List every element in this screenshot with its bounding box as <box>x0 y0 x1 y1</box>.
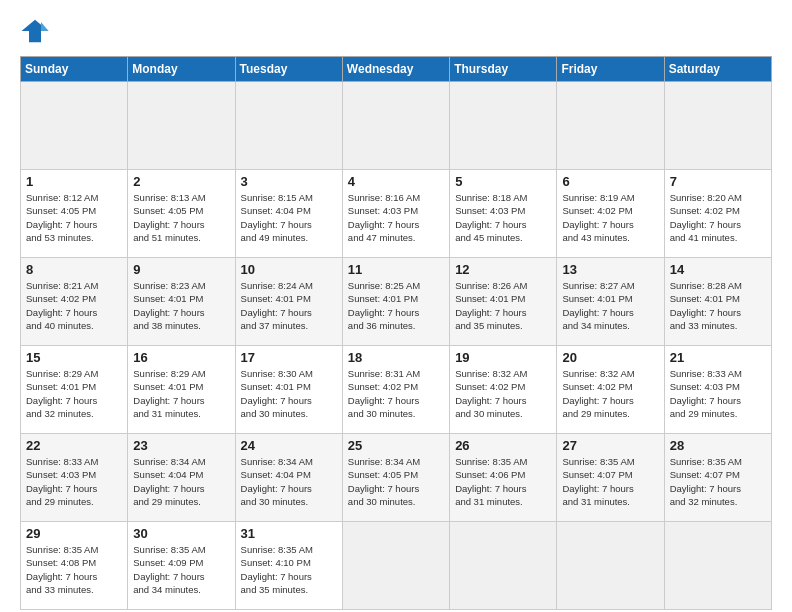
calendar-cell: 5Sunrise: 8:18 AMSunset: 4:03 PMDaylight… <box>450 170 557 258</box>
day-info: Sunrise: 8:13 AMSunset: 4:05 PMDaylight:… <box>133 191 229 244</box>
calendar-cell: 29Sunrise: 8:35 AMSunset: 4:08 PMDayligh… <box>21 522 128 610</box>
day-info: Sunrise: 8:29 AMSunset: 4:01 PMDaylight:… <box>26 367 122 420</box>
day-info: Sunrise: 8:34 AMSunset: 4:05 PMDaylight:… <box>348 455 444 508</box>
calendar-cell <box>664 82 771 170</box>
day-number: 18 <box>348 350 444 365</box>
day-info: Sunrise: 8:19 AMSunset: 4:02 PMDaylight:… <box>562 191 658 244</box>
calendar-cell <box>21 82 128 170</box>
day-number: 20 <box>562 350 658 365</box>
day-number: 29 <box>26 526 122 541</box>
day-number: 5 <box>455 174 551 189</box>
calendar-cell: 10Sunrise: 8:24 AMSunset: 4:01 PMDayligh… <box>235 258 342 346</box>
day-info: Sunrise: 8:32 AMSunset: 4:02 PMDaylight:… <box>455 367 551 420</box>
day-number: 28 <box>670 438 766 453</box>
day-number: 30 <box>133 526 229 541</box>
day-number: 31 <box>241 526 337 541</box>
calendar-cell: 7Sunrise: 8:20 AMSunset: 4:02 PMDaylight… <box>664 170 771 258</box>
calendar-cell: 31Sunrise: 8:35 AMSunset: 4:10 PMDayligh… <box>235 522 342 610</box>
day-number: 8 <box>26 262 122 277</box>
day-info: Sunrise: 8:24 AMSunset: 4:01 PMDaylight:… <box>241 279 337 332</box>
day-number: 6 <box>562 174 658 189</box>
calendar-cell <box>450 522 557 610</box>
calendar-cell <box>450 82 557 170</box>
day-number: 25 <box>348 438 444 453</box>
day-info: Sunrise: 8:30 AMSunset: 4:01 PMDaylight:… <box>241 367 337 420</box>
calendar-cell: 28Sunrise: 8:35 AMSunset: 4:07 PMDayligh… <box>664 434 771 522</box>
day-number: 12 <box>455 262 551 277</box>
day-info: Sunrise: 8:16 AMSunset: 4:03 PMDaylight:… <box>348 191 444 244</box>
day-number: 26 <box>455 438 551 453</box>
week-row-2: 8Sunrise: 8:21 AMSunset: 4:02 PMDaylight… <box>21 258 772 346</box>
day-header-saturday: Saturday <box>664 57 771 82</box>
calendar-cell: 21Sunrise: 8:33 AMSunset: 4:03 PMDayligh… <box>664 346 771 434</box>
calendar-cell: 25Sunrise: 8:34 AMSunset: 4:05 PMDayligh… <box>342 434 449 522</box>
calendar-cell: 17Sunrise: 8:30 AMSunset: 4:01 PMDayligh… <box>235 346 342 434</box>
day-number: 9 <box>133 262 229 277</box>
day-info: Sunrise: 8:28 AMSunset: 4:01 PMDaylight:… <box>670 279 766 332</box>
day-info: Sunrise: 8:26 AMSunset: 4:01 PMDaylight:… <box>455 279 551 332</box>
calendar-cell <box>557 522 664 610</box>
calendar-cell: 30Sunrise: 8:35 AMSunset: 4:09 PMDayligh… <box>128 522 235 610</box>
day-header-sunday: Sunday <box>21 57 128 82</box>
day-number: 14 <box>670 262 766 277</box>
day-number: 23 <box>133 438 229 453</box>
calendar-cell: 3Sunrise: 8:15 AMSunset: 4:04 PMDaylight… <box>235 170 342 258</box>
page-container: SundayMondayTuesdayWednesdayThursdayFrid… <box>0 0 792 612</box>
day-info: Sunrise: 8:35 AMSunset: 4:10 PMDaylight:… <box>241 543 337 596</box>
calendar-cell: 23Sunrise: 8:34 AMSunset: 4:04 PMDayligh… <box>128 434 235 522</box>
calendar-cell: 20Sunrise: 8:32 AMSunset: 4:02 PMDayligh… <box>557 346 664 434</box>
day-number: 3 <box>241 174 337 189</box>
day-info: Sunrise: 8:35 AMSunset: 4:07 PMDaylight:… <box>562 455 658 508</box>
day-number: 16 <box>133 350 229 365</box>
day-number: 27 <box>562 438 658 453</box>
calendar-cell: 15Sunrise: 8:29 AMSunset: 4:01 PMDayligh… <box>21 346 128 434</box>
calendar-cell: 13Sunrise: 8:27 AMSunset: 4:01 PMDayligh… <box>557 258 664 346</box>
logo-icon <box>20 16 50 46</box>
calendar-cell <box>557 82 664 170</box>
day-info: Sunrise: 8:25 AMSunset: 4:01 PMDaylight:… <box>348 279 444 332</box>
day-number: 24 <box>241 438 337 453</box>
calendar-cell: 2Sunrise: 8:13 AMSunset: 4:05 PMDaylight… <box>128 170 235 258</box>
header <box>20 16 772 46</box>
day-number: 15 <box>26 350 122 365</box>
day-info: Sunrise: 8:35 AMSunset: 4:09 PMDaylight:… <box>133 543 229 596</box>
day-number: 21 <box>670 350 766 365</box>
day-info: Sunrise: 8:18 AMSunset: 4:03 PMDaylight:… <box>455 191 551 244</box>
day-info: Sunrise: 8:35 AMSunset: 4:06 PMDaylight:… <box>455 455 551 508</box>
day-info: Sunrise: 8:15 AMSunset: 4:04 PMDaylight:… <box>241 191 337 244</box>
day-header-tuesday: Tuesday <box>235 57 342 82</box>
calendar-cell: 18Sunrise: 8:31 AMSunset: 4:02 PMDayligh… <box>342 346 449 434</box>
day-info: Sunrise: 8:34 AMSunset: 4:04 PMDaylight:… <box>241 455 337 508</box>
calendar-cell <box>128 82 235 170</box>
day-info: Sunrise: 8:12 AMSunset: 4:05 PMDaylight:… <box>26 191 122 244</box>
calendar-cell: 1Sunrise: 8:12 AMSunset: 4:05 PMDaylight… <box>21 170 128 258</box>
day-number: 7 <box>670 174 766 189</box>
svg-marker-1 <box>41 22 49 31</box>
calendar-cell <box>235 82 342 170</box>
day-info: Sunrise: 8:33 AMSunset: 4:03 PMDaylight:… <box>670 367 766 420</box>
day-info: Sunrise: 8:20 AMSunset: 4:02 PMDaylight:… <box>670 191 766 244</box>
day-number: 2 <box>133 174 229 189</box>
day-number: 22 <box>26 438 122 453</box>
week-row-1: 1Sunrise: 8:12 AMSunset: 4:05 PMDaylight… <box>21 170 772 258</box>
day-info: Sunrise: 8:32 AMSunset: 4:02 PMDaylight:… <box>562 367 658 420</box>
calendar-cell: 14Sunrise: 8:28 AMSunset: 4:01 PMDayligh… <box>664 258 771 346</box>
calendar-cell: 11Sunrise: 8:25 AMSunset: 4:01 PMDayligh… <box>342 258 449 346</box>
week-row-4: 22Sunrise: 8:33 AMSunset: 4:03 PMDayligh… <box>21 434 772 522</box>
day-info: Sunrise: 8:29 AMSunset: 4:01 PMDaylight:… <box>133 367 229 420</box>
day-number: 13 <box>562 262 658 277</box>
day-header-wednesday: Wednesday <box>342 57 449 82</box>
day-number: 10 <box>241 262 337 277</box>
calendar-cell <box>664 522 771 610</box>
day-info: Sunrise: 8:35 AMSunset: 4:07 PMDaylight:… <box>670 455 766 508</box>
day-info: Sunrise: 8:27 AMSunset: 4:01 PMDaylight:… <box>562 279 658 332</box>
day-header-thursday: Thursday <box>450 57 557 82</box>
day-header-friday: Friday <box>557 57 664 82</box>
logo <box>20 16 54 46</box>
day-info: Sunrise: 8:31 AMSunset: 4:02 PMDaylight:… <box>348 367 444 420</box>
day-info: Sunrise: 8:35 AMSunset: 4:08 PMDaylight:… <box>26 543 122 596</box>
calendar-cell <box>342 82 449 170</box>
day-number: 4 <box>348 174 444 189</box>
day-info: Sunrise: 8:21 AMSunset: 4:02 PMDaylight:… <box>26 279 122 332</box>
calendar-cell: 19Sunrise: 8:32 AMSunset: 4:02 PMDayligh… <box>450 346 557 434</box>
